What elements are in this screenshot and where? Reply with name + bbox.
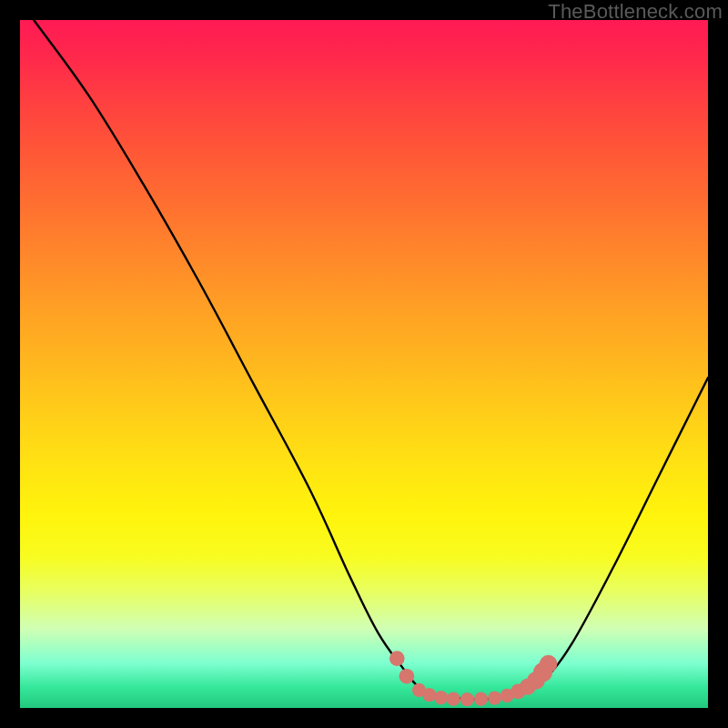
chart-frame bbox=[20, 20, 708, 708]
curve-marker bbox=[447, 693, 460, 706]
curve-marker bbox=[389, 651, 405, 666]
curve-marker bbox=[460, 693, 474, 706]
curve-marker bbox=[540, 655, 558, 673]
bottleneck-curve bbox=[34, 20, 708, 700]
curve-marker bbox=[488, 691, 501, 704]
curve-marker bbox=[434, 691, 448, 704]
curve-marker bbox=[474, 693, 488, 706]
curve-marker bbox=[399, 669, 415, 684]
chart-svg bbox=[20, 20, 708, 708]
curve-marker bbox=[422, 688, 436, 702]
curve-markers bbox=[389, 651, 557, 706]
watermark-text: TheBottleneck.com bbox=[548, 0, 723, 24]
